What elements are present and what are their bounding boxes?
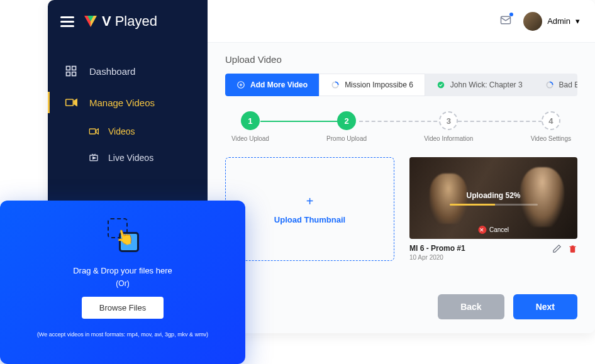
video-card: Uploading 52% ✕ Cancel	[409, 157, 577, 261]
main-panel: Admin ▾ Upload Video Add More Video Miss…	[208, 0, 595, 333]
video-info: MI 6 - Promo #1 10 Apr 2020	[409, 244, 465, 261]
upload-area: + Upload Thumbnail Uploading 52%	[225, 157, 577, 261]
popup-or: (Or)	[116, 279, 129, 288]
svg-rect-9	[89, 129, 95, 134]
chevron-down-icon: ▾	[576, 16, 580, 26]
svg-rect-5	[67, 72, 70, 76]
tab-label-2: John Wick: Chapter 3	[450, 80, 523, 89]
video-meta: MI 6 - Promo #1 10 Apr 2020	[409, 239, 577, 261]
step-1-circle: 1	[241, 111, 260, 130]
sidebar-header: VPlayed	[48, 0, 208, 43]
sidebar-item-dashboard[interactable]: Dashboard	[48, 55, 208, 87]
upload-percent: 52%	[505, 191, 520, 200]
step-3[interactable]: 3 Video Information	[424, 111, 473, 142]
sidebar-label-live: Live Videos	[108, 153, 153, 163]
manage-videos-icon	[64, 96, 78, 109]
video-date: 10 Apr 2020	[409, 254, 465, 261]
progress-bar	[450, 204, 538, 206]
upload-prefix: Uploading	[466, 191, 503, 200]
step-4[interactable]: 4 Video Settings	[531, 111, 571, 142]
step-4-circle: 4	[542, 111, 560, 130]
back-button[interactable]: Back	[438, 294, 504, 319]
sidebar-item-live-videos[interactable]: Live Videos	[88, 145, 208, 171]
delete-icon[interactable]	[568, 244, 577, 256]
loading-icon	[331, 80, 340, 89]
tabs-row: Add More Video Mission Impossibe 6 John …	[225, 74, 577, 96]
cancel-upload-button[interactable]: ✕ Cancel	[478, 226, 509, 234]
browse-files-button[interactable]: Browse Files	[82, 297, 164, 319]
step-2-label: Promo Upload	[326, 135, 367, 142]
page-title: Upload Video	[225, 54, 577, 65]
brand-logo: VPlayed	[83, 13, 157, 30]
dropzone-label: Upload Thumbnail	[274, 215, 345, 224]
sidebar-item-videos[interactable]: Videos	[88, 118, 208, 145]
svg-rect-6	[72, 72, 76, 76]
svg-marker-12	[93, 157, 96, 159]
thumbnail-dropzone[interactable]: + Upload Thumbnail	[225, 157, 394, 261]
tab-mission-impossible[interactable]: Mission Impossibe 6	[319, 74, 425, 96]
svg-rect-4	[72, 67, 76, 70]
user-name: Admin	[547, 16, 570, 26]
sidebar-label-manage: Manage Videos	[89, 97, 155, 108]
svg-marker-10	[96, 129, 98, 134]
tab-add-more[interactable]: Add More Video	[225, 74, 319, 96]
progress-fill	[450, 204, 496, 206]
step-3-label: Video Information	[424, 135, 473, 142]
popup-format-note: (We accept videos in most formats: mp4, …	[37, 331, 208, 338]
video-actions	[552, 244, 577, 256]
user-menu[interactable]: Admin ▾	[523, 12, 580, 31]
video-title: MI 6 - Promo #1	[409, 244, 465, 253]
sidebar-subnav: Videos Live Videos	[48, 118, 208, 171]
stepper: 1 Video Upload 2 Promo Upload 3 Video In…	[225, 111, 577, 142]
svg-rect-3	[67, 67, 70, 70]
drag-drop-icon: 👆	[104, 217, 142, 255]
cancel-label: Cancel	[489, 226, 509, 233]
notification-dot-icon	[509, 13, 513, 16]
topbar: Admin ▾	[208, 0, 595, 43]
popup-line1: Drag & Drop your files here	[73, 266, 172, 275]
drag-drop-popup[interactable]: 👆 Drag & Drop your files here (Or) Brows…	[0, 201, 245, 364]
tab-john-wick[interactable]: John Wick: Chapter 3	[425, 74, 534, 96]
sidebar-item-manage-videos[interactable]: Manage Videos	[48, 87, 208, 118]
step-2[interactable]: 2 Promo Upload	[326, 111, 367, 142]
svg-marker-8	[74, 99, 77, 106]
tab-bad-boys[interactable]: Bad Boys For Life	[534, 74, 577, 96]
tab-label-3: Bad Boys For Life	[559, 80, 577, 89]
logo-mark-icon	[83, 14, 98, 29]
sidebar-label-videos: Videos	[108, 126, 135, 136]
plus-icon: +	[306, 194, 314, 209]
tab-label-1: Mission Impossibe 6	[345, 80, 413, 89]
brand-text: Played	[115, 13, 157, 30]
step-3-circle: 3	[439, 111, 458, 130]
step-2-circle: 2	[337, 111, 356, 130]
tab-add-label: Add More Video	[250, 80, 308, 89]
footer-actions: Back Next	[208, 283, 595, 333]
svg-point-20	[438, 82, 445, 89]
next-button[interactable]: Next	[513, 294, 577, 319]
brand-bold: V	[102, 13, 111, 30]
step-1-label: Video Upload	[231, 135, 269, 142]
videos-icon	[88, 126, 99, 137]
edit-icon[interactable]	[552, 244, 562, 256]
hamburger-icon[interactable]	[60, 16, 74, 27]
cancel-x-icon: ✕	[478, 226, 486, 234]
avatar	[523, 12, 542, 31]
plus-circle-icon	[236, 80, 245, 89]
content-area: Upload Video Add More Video Mission Impo…	[208, 43, 595, 283]
upload-status-wrapper: Uploading 52%	[450, 191, 538, 206]
mail-icon[interactable]	[499, 14, 512, 29]
step-4-label: Video Settings	[531, 135, 571, 142]
video-thumbnail: Uploading 52% ✕ Cancel	[409, 157, 577, 239]
dashboard-icon	[64, 64, 78, 78]
check-circle-icon	[437, 80, 445, 89]
sidebar-label-dashboard: Dashboard	[89, 66, 135, 77]
live-videos-icon	[88, 152, 99, 163]
step-1[interactable]: 1 Video Upload	[231, 111, 269, 142]
sidebar-nav: Dashboard Manage Videos Videos	[48, 43, 208, 171]
svg-rect-7	[66, 99, 74, 106]
loading-icon	[545, 80, 554, 89]
upload-status: Uploading 52%	[450, 191, 538, 200]
